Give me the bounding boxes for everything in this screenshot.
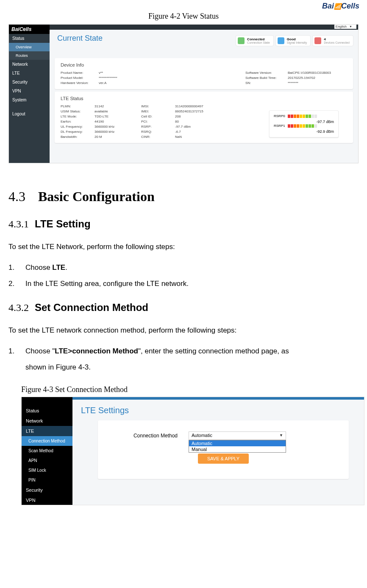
doc-logo: Bai📶BaiCellsCells <box>322 2 359 11</box>
sidebar-brand: BaiCells <box>9 25 50 34</box>
lte-status-card: LTE Status PLMN:31142IMSI:31142000000049… <box>55 92 353 143</box>
ls-l: IMEI: <box>141 109 175 113</box>
rsrp1-value: -92.9 dBm <box>274 129 334 134</box>
sidebar2-item-scan-method[interactable]: Scan Method <box>22 446 72 456</box>
ls-l: LTE Mode: <box>61 115 95 118</box>
ls-l: RSRQ: <box>141 130 175 134</box>
di-l: Software Version: <box>245 71 288 75</box>
rsrp1-label: RSRP1 <box>274 124 285 128</box>
sidebar-2: BaiCells Status Network LTE Connection M… <box>22 397 72 505</box>
figure-caption-1: Figure 4-2 View Status <box>8 12 359 21</box>
step-num: 2. <box>8 276 25 291</box>
ls-l: Cell ID: <box>141 115 175 118</box>
pill-signal: GoodSignal Intensity <box>276 36 310 46</box>
rsrp0-label: RSRP0 <box>274 114 285 118</box>
screenshot-view-status: BaiCells Status Overview Routes Network … <box>8 24 359 163</box>
di-v: BaiCPE-V100R001C01B003 <box>288 71 347 75</box>
rsrp-indicator: RSRP0 -97.7 dBm RSRP1 -92.9 dBm <box>269 110 339 137</box>
language-select[interactable]: English <box>334 24 356 29</box>
ls-v: available <box>95 109 141 113</box>
sidebar2-item-network[interactable]: Network <box>22 416 72 426</box>
signal-bars-icon <box>288 115 317 118</box>
sidebar-item-routes[interactable]: Routes <box>9 51 50 60</box>
connection-method-select[interactable]: Automatic <box>189 431 286 440</box>
signal-bars-icon <box>288 124 317 128</box>
para-432-intro: To set the LTE network connection method… <box>8 324 359 337</box>
sidebar-item-vpn[interactable]: VPN <box>9 87 50 95</box>
para-431-intro: To set the LTE Network, perform the foll… <box>8 240 359 254</box>
di-v: ver.A <box>99 81 154 85</box>
heading-4-3-1: 4.3.1LTE Setting <box>8 218 359 230</box>
sidebar-item-lte[interactable]: LTE <box>9 69 50 78</box>
dropdown-option-manual[interactable]: Manual <box>189 446 286 452</box>
di-l: Product Name: <box>61 71 99 75</box>
ls-v: -97.7 dBm <box>175 125 222 129</box>
sidebar2-item-connection-method[interactable]: Connection Method <box>22 436 72 446</box>
sidebar-item-security[interactable]: Security <box>9 78 50 87</box>
sidebar2-item-apn[interactable]: APN <box>22 456 72 465</box>
ls-v: TDD-LTE <box>95 115 141 118</box>
di-v: v** <box>99 71 154 75</box>
ol-431: 1.Choose LTE. 2.In the LTE Setting area,… <box>8 260 359 291</box>
device-info-title: Device Info <box>61 62 347 67</box>
page-title-2: LTE Settings <box>81 406 364 415</box>
ls-l: PLMN: <box>61 104 95 108</box>
sidebar2-item-security[interactable]: Security <box>22 485 72 495</box>
di-l: Hardware Version: <box>61 81 99 85</box>
sidebar-item-logout[interactable]: Logout <box>9 109 50 118</box>
ls-l: PCI: <box>141 120 175 123</box>
sidebar-item-network[interactable]: Network <box>9 60 50 69</box>
sidebar: BaiCells Status Overview Routes Network … <box>9 25 50 163</box>
ls-l: IMSI: <box>141 104 175 108</box>
sidebar2-item-pin[interactable]: PIN <box>22 475 72 485</box>
heading-4-3-2: 4.3.2Set Connection Method <box>8 302 359 314</box>
ls-v: 20 M <box>95 135 141 139</box>
connection-method-dropdown[interactable]: Automatic Manual <box>189 440 286 453</box>
ls-v: 44190 <box>95 120 141 123</box>
step-num: 1. <box>8 260 25 275</box>
sidebar2-item-status[interactable]: Status <box>22 406 72 416</box>
heading-4-3: 4.3Basic Configuration <box>8 189 359 204</box>
ls-v: 860524031372715 <box>175 109 222 113</box>
di-l: Software Build Time: <box>245 76 288 80</box>
ls-v: 311420000000497 <box>175 104 222 108</box>
pill-devices: 4Devices Connected <box>313 36 353 46</box>
sidebar2-item-sim-lock[interactable]: SIM Lock <box>22 465 72 475</box>
sidebar-item-overview[interactable]: Overview <box>9 43 50 51</box>
sidebar2-item-lte[interactable]: LTE <box>22 426 72 436</box>
sidebar-item-status[interactable]: Status <box>9 34 50 43</box>
ls-v: 31142 <box>95 104 141 108</box>
ls-l: RSRP: <box>141 125 175 129</box>
topbar-2 <box>72 397 364 400</box>
ls-v: 3660000 kHz <box>95 125 141 129</box>
step-subline: shown in Figure 4-3. <box>25 359 359 375</box>
di-v: ************** <box>99 76 154 80</box>
ls-v: 80 <box>175 120 222 123</box>
connection-method-card: Connection Method Automatic Automatic Ma… <box>98 420 349 479</box>
ls-l: DL Frequency: <box>61 130 95 134</box>
ls-l: Bandwidth: <box>61 135 95 139</box>
ls-v: 208 <box>175 115 222 118</box>
ls-v: 3660000 kHz <box>95 130 141 134</box>
ls-l: USIM Status: <box>61 109 95 113</box>
ls-l: Earfcn: <box>61 120 95 123</box>
di-l: SN: <box>245 81 288 85</box>
ls-v: -6.7 <box>175 130 222 134</box>
sidebar2-item-vpn[interactable]: VPN <box>22 495 72 505</box>
screenshot-lte-settings: BaiCells Status Network LTE Connection M… <box>21 397 364 505</box>
pill-connected: ConnectedConnection State <box>236 36 273 46</box>
ls-v: NaN <box>175 135 222 139</box>
ol-432: 1.Choose "LTE>connection Method", enter … <box>8 343 359 375</box>
step-num: 1. <box>8 343 25 359</box>
di-v: 20170225-194702 <box>288 76 347 80</box>
di-l: Product Model: <box>61 76 99 80</box>
connection-method-label: Connection Method <box>108 431 189 439</box>
lte-status-title: LTE Status <box>61 96 347 101</box>
sidebar-item-system[interactable]: System <box>9 95 50 104</box>
save-apply-button[interactable]: SAVE & APPLY <box>198 454 249 464</box>
ls-l: CINR: <box>141 135 175 139</box>
dropdown-option-automatic[interactable]: Automatic <box>189 440 286 446</box>
topbar: English <box>50 25 358 30</box>
ls-l: UL Frequency: <box>61 125 95 129</box>
figure-caption-2: Figure 4-3 Set Connection Method <box>21 385 359 394</box>
